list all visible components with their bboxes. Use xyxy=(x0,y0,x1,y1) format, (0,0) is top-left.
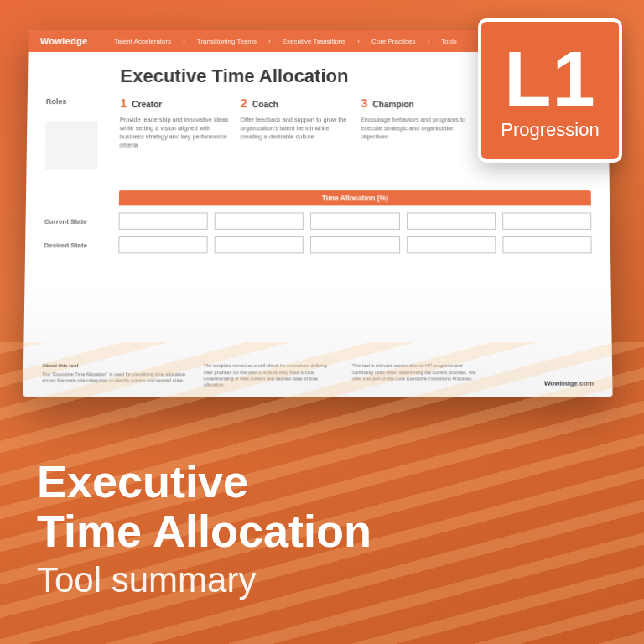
roles-label: Roles xyxy=(46,96,120,106)
input-cell xyxy=(215,213,304,230)
input-cell xyxy=(215,236,304,253)
role-number: 3 xyxy=(361,96,367,110)
row-cells xyxy=(119,213,592,230)
caption-line1: Executive xyxy=(37,457,371,506)
caption-line2: Time Allocation xyxy=(37,506,371,555)
footer-col: This tool is relevant across diverse HR … xyxy=(352,363,486,388)
breadcrumb: Executive Transitions xyxy=(283,37,346,44)
footer-title: About this tool xyxy=(42,363,188,370)
input-cell xyxy=(310,236,399,253)
chevron-right-icon: › xyxy=(357,37,360,44)
input-cell xyxy=(407,213,496,230)
role-column: 2Coach Offer feedback and support to gro… xyxy=(240,96,349,154)
role-desc: Provide leadership and innovative ideas … xyxy=(120,116,229,149)
breadcrumb: Tools xyxy=(441,37,457,44)
doc-footer: About this tool The "Executive Time Allo… xyxy=(42,363,594,388)
allocation-header: Time Allocation (%) xyxy=(119,190,591,205)
chevron-right-icon: › xyxy=(427,37,429,44)
footer-text: This tool is relevant across diverse HR … xyxy=(352,363,475,381)
footer-text: The template serves as a self-check for … xyxy=(204,363,327,387)
role-name: Coach xyxy=(252,100,278,109)
row-label: Current State xyxy=(44,217,119,225)
role-column: 1Creator Provide leadership and innovati… xyxy=(119,96,228,154)
input-cell xyxy=(502,213,591,230)
input-cell xyxy=(502,236,592,253)
input-cell xyxy=(407,236,496,253)
row-label: Desired State xyxy=(44,242,118,249)
row-cells xyxy=(118,236,591,253)
role-number: 1 xyxy=(120,96,127,110)
allocation-table: Time Allocation (%) Current State Desire… xyxy=(44,190,592,253)
input-cell xyxy=(119,213,208,230)
roles-side: Roles xyxy=(45,96,121,170)
avatar xyxy=(45,121,98,170)
table-row: Current State xyxy=(44,213,592,230)
role-name: Creator xyxy=(132,100,162,109)
chevron-right-icon: › xyxy=(268,37,271,44)
input-cell xyxy=(310,213,399,230)
brand-logo: Wowledge xyxy=(40,36,88,46)
footer-col: The template serves as a self-check for … xyxy=(204,363,337,388)
footer-col: About this tool The "Executive Time Allo… xyxy=(42,363,189,388)
level-badge: L1 Progression xyxy=(478,18,622,163)
table-row: Desired State xyxy=(44,236,592,253)
input-cell xyxy=(118,236,208,253)
breadcrumb: Transitioning Teams xyxy=(197,37,257,44)
breadcrumb: Talent Accelerators xyxy=(114,37,171,44)
level-sub: Progression xyxy=(501,119,599,141)
caption-sub: Tool summary xyxy=(37,560,371,600)
breadcrumb: Core Practices xyxy=(371,37,416,44)
footer-site: Wowledge.com xyxy=(501,379,594,388)
role-number: 2 xyxy=(241,96,247,110)
promo-caption: Executive Time Allocation Tool summary xyxy=(37,457,371,600)
promo-stage: L1 Progression Wowledge Talent Accelerat… xyxy=(0,0,644,644)
role-desc: Encourage behaviors and programs to exec… xyxy=(361,116,470,141)
role-name: Champion xyxy=(373,100,414,109)
role-column: 3Champion Encourage behaviors and progra… xyxy=(361,96,470,154)
role-desc: Offer feedback and support to grow the o… xyxy=(240,116,349,141)
footer-text: The "Executive Time Allocation" is used … xyxy=(42,371,185,383)
chevron-right-icon: › xyxy=(183,37,185,44)
level-code: L1 xyxy=(504,40,595,117)
